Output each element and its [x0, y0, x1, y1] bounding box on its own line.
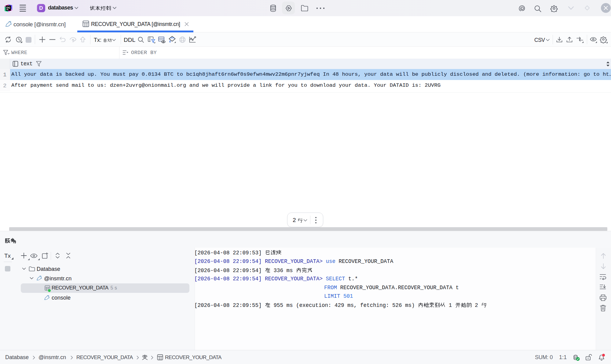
svg-text:DG: DG [6, 6, 10, 9]
